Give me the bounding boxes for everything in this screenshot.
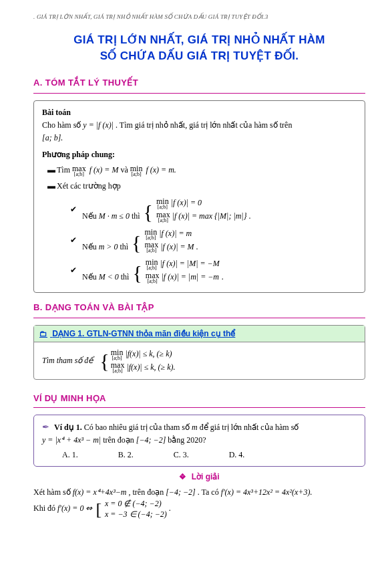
bai-toan-label: Bài toán [42,106,357,119]
theory-box: Bài toán Cho hàm số y = |f (x)| . Tìm gi… [33,100,365,293]
c1-ab1: [a;b] [156,205,169,210]
example-question: ✒ Ví dụ 1. Có bao nhiêu giá trị của tham… [42,421,357,446]
ex-q1: Có bao nhiêu giá trị của tham số [84,423,192,432]
c3-ab1: [a;b] [146,265,158,271]
l2: Xét các trường hợp [57,181,121,191]
choice-b: B. 2. [118,449,134,461]
c2-dot: . [196,242,198,251]
dang-body: Tìm tham số để { min[a;b] |f(x)| ≤ k, (≥… [34,342,365,380]
c3-r2: |f (x)| = |m| = −m [162,272,219,282]
c2-then: thì [120,242,130,251]
sl1e: . Ta có [198,487,221,497]
solution-head: ❖ Lời giải [33,472,365,481]
sl1a: Xét hàm số [33,487,73,497]
choice-a: A. 1. [62,449,78,461]
gear-icon: ❖ [179,472,186,481]
vi-du-heading: VÍ DỤ MINH HỌA [33,393,365,403]
case-2: ✔ Nếu m > 0 thì { min[a;b] |f (x)| = m m… [42,227,357,254]
method-line-2: ▬ Xét các trường hợp [42,180,357,193]
section-a-heading: A. TÓM TẮT LÝ THUYẾT [33,78,365,88]
c3-then: thì [121,272,132,282]
l1a: Tìm [57,165,72,175]
method-line-1: ▬ Tìm max[a;b] f (x) = M và min[a;b] f (… [42,164,357,177]
c3-cond: M < 0 [99,272,119,282]
dang-body-label: Tìm tham số để [42,356,93,366]
c2-cond: m > 0 [99,242,118,251]
fx-eq-M: f (x) = M [89,165,119,175]
bt-math: y = |f (x)| [83,120,114,130]
sl2a: Khi đó [33,504,57,514]
dang-title: DẠNG 1. GTLN-GTNN thỏa mãn điều kiện cụ … [52,329,235,338]
main-title: GIÁ TRỊ LỚN NHẤT, GIÁ TRỊ NHỎ NHẤT HÀM S… [33,32,365,64]
c1-cond: M · m ≤ 0 [99,211,130,221]
c1-ab2: [a;b] [156,218,170,223]
method-label: Phương pháp chung: [42,148,357,161]
ex-q3d: bằng 2020? [168,435,206,445]
sl2c2: x = −3 ∈ (−4; −2) [105,510,167,519]
ab2: [a;b] [130,172,143,177]
ex-interval: [−4; −2] [136,435,166,445]
bai-toan-text: Cho hàm số y = |f (x)| . Tìm giá trị nhỏ… [42,119,357,144]
section-a-rule [33,93,365,94]
c2-r1: |f (x)| = m [159,229,192,238]
fx-eq-m: f (x) = m. [146,165,176,175]
c3-dot: . [222,272,224,282]
sl1d: [−4; −2] [166,487,196,497]
c3-ab2: [a;b] [146,279,160,284]
check-icon: ✔ [70,197,77,216]
ex-q3b: trên đoạn [103,435,136,445]
page-header: . GIÁ TRỊ LỚN NHẤT, GIÁ TRỊ NHỎ NHẤT HÀM… [33,13,365,20]
d-r1: |f(x)| ≤ k, (≥ k) [125,349,172,358]
bt-text2: . Tìm giá trị nhỏ nhất, giá trị lớn nhất… [116,120,292,130]
ex-fn: y = |x⁴ + 4x³ − m| [42,435,101,445]
bt-text1: Cho hàm số [42,120,83,130]
d-r2: |f(x)| ≤ k, (≥ k). [126,362,175,372]
sl2c1: x = 0 ∉ (−4; −2) [105,499,162,508]
check-icon-3: ✔ [70,257,77,277]
folder-icon: 🗀 [39,329,47,338]
c1-r2: |f (x)| = max {|M|; |m|} [172,211,247,221]
c3-r1: |f (x)| = |M| = −M [160,259,220,268]
ex-q2: để giá trị lớn nhất của hàm số [200,423,299,432]
c1-label: Nếu [82,211,99,221]
c2-ab2: [a;b] [145,248,159,253]
l1b: và [120,165,130,175]
c1-dot: . [248,211,250,221]
c1-then: thì [132,211,142,221]
section-b-rule [33,318,365,318]
d-ab2: [a;b] [111,368,125,374]
sl2b: f′(x) = 0 ⇔ [57,504,94,514]
sl2d: . [169,504,171,514]
book-icon: ✒ [42,422,49,432]
sol-line-1: Xét hàm số f(x) = x⁴+4x³−m , trên đoạn [… [33,485,365,499]
dang-box: 🗀 DẠNG 1. GTLN-GTNN thỏa mãn điều kiện c… [33,325,365,380]
sl1c: , trên đoạn [129,487,166,497]
ab1: [a;b] [72,172,86,177]
case-3: ✔ Nếu M < 0 thì { min[a;b] |f (x)| = |M|… [42,257,357,284]
title-line-2: SỐ CHỨA DẤU GIÁ TRỊ TUYỆT ĐỐI. [100,49,299,62]
choices-row: A. 1. B. 2. C. 3. D. 4. [42,449,357,461]
vi-du-rule [33,407,365,408]
sl1b: f(x) = x⁴+4x³−m [73,487,127,497]
solution-body: Xét hàm số f(x) = x⁴+4x³−m , trên đoạn [… [33,485,365,520]
case-1: ✔ Nếu M · m ≤ 0 thì { min[a;b] |f (x)| =… [42,197,357,223]
c1-r1: |f (x)| = 0 [171,198,202,207]
example-box: ✒ Ví dụ 1. Có bao nhiêu giá trị của tham… [33,415,365,467]
c2-label: Nếu [82,242,99,251]
solution-label: Lời giải [192,472,220,481]
check-icon-2: ✔ [70,227,77,247]
c3-label: Nếu [82,272,99,282]
ex-label: Ví dụ 1. [54,423,82,432]
bt-interval: [a; b]. [42,133,63,142]
choice-d: D. 4. [229,449,245,461]
section-b-heading: B. DẠNG TOÁN VÀ BÀI TẬP [33,302,365,312]
c2-r2: |f (x)| = M [160,242,194,251]
ex-m: m [192,423,198,432]
choice-c: C. 3. [174,449,189,461]
sl1f: f′(x) = 4x³+12x² = 4x²(x+3). [221,487,313,497]
sol-line-2: Khi đó f′(x) = 0 ⇔ [ x = 0 ∉ (−4; −2) x … [33,499,365,520]
title-line-1: GIÁ TRỊ LỚN NHẤT, GIÁ TRỊ NHỎ NHẤT HÀM [73,33,325,46]
dang-header: 🗀 DẠNG 1. GTLN-GTNN thỏa mãn điều kiện c… [34,326,365,342]
